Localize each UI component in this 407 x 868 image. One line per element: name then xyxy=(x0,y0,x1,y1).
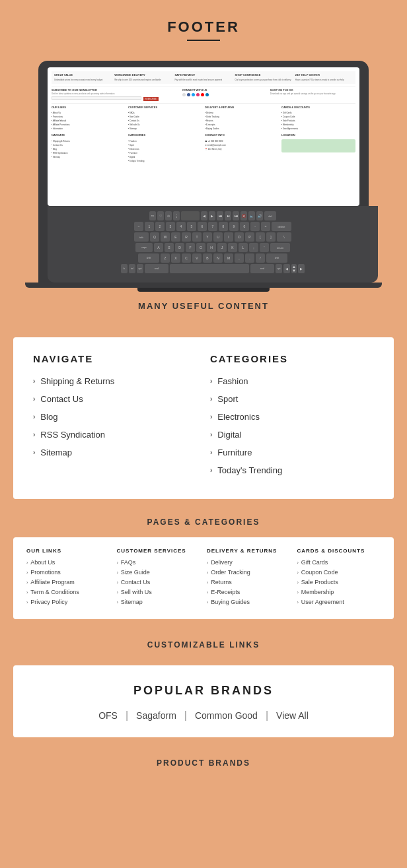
cat-item-sport[interactable]: › Sport xyxy=(210,394,374,404)
popular-brands-box: POPULAR BRANDS OFS | Sagaform | Common G… xyxy=(13,665,394,737)
customizable-label-area: CUSTOMIZABLE LINKS xyxy=(0,631,407,665)
laptop-keyboard: esc ♡ ⊙ ⋮ ◀ ▶ ⏮ ⏯ ⏭ 🔇 🔈 🔊 del ~ 123 456 xyxy=(48,206,378,283)
title-underline xyxy=(187,40,220,41)
mini-chevron-icon: › xyxy=(26,560,28,565)
many-useful-label: MANY USEFUL CONTENT xyxy=(138,301,269,311)
chevron-icon: › xyxy=(210,449,212,456)
delivery-returns-title: DELIVERY & RETURNS xyxy=(207,548,291,554)
mini-chevron-icon: › xyxy=(117,560,118,565)
cs-item-2[interactable]: › Size Guide xyxy=(117,569,201,576)
mini-chevron-icon: › xyxy=(207,560,208,565)
mini-chevron-icon: › xyxy=(207,580,208,585)
cat-item-fashion[interactable]: › Fashion xyxy=(210,376,374,386)
cd-item-3[interactable]: › Sale Products xyxy=(297,579,381,585)
chevron-icon: › xyxy=(210,467,212,474)
our-links-item-4[interactable]: › Term & Conditions xyxy=(26,589,110,595)
chevron-icon: › xyxy=(33,431,35,438)
product-brands-label: PRODUCT BRANDS xyxy=(0,758,407,768)
mini-chevron-icon: › xyxy=(297,580,299,585)
header-section: FOOTER xyxy=(0,0,407,54)
mini-chevron-icon: › xyxy=(26,600,28,605)
cards-discounts-column: CARDS & DISCOUNTS › Gift Cards › Coupon … xyxy=(297,548,381,609)
pages-categories-label-area: PAGES & CATEGORIES xyxy=(0,511,407,537)
categories-heading: CATEGORIES xyxy=(210,353,374,364)
nav-item-blog[interactable]: › Blog xyxy=(33,412,197,422)
customer-services-title: CUSTOMER SERVICES xyxy=(117,548,201,554)
delivery-returns-column: DELIVERY & RETURNS › Delivery › Order Tr… xyxy=(207,548,291,609)
mini-chevron-icon: › xyxy=(297,590,299,595)
cs-item-3[interactable]: › Contact Us xyxy=(117,579,201,585)
nav-item-rss[interactable]: › RSS Syndication xyxy=(33,430,197,440)
customer-services-column: CUSTOMER SERVICES › FAQs › Size Guide › … xyxy=(117,548,201,609)
navigate-column: NAVIGATE › Shipping & Returns › Contact … xyxy=(33,353,197,483)
cd-item-2[interactable]: › Coupon Code xyxy=(297,569,381,576)
laptop-mockup-section: GREAT VALUEUnbeatable prices for every o… xyxy=(0,54,407,337)
pages-categories-box: OUR LINKS › About Us › Promotions › Affi… xyxy=(13,537,394,619)
mini-chevron-icon: › xyxy=(297,570,299,575)
page-title: FOOTER xyxy=(0,18,407,36)
cs-item-5[interactable]: › Sitemap xyxy=(117,599,201,605)
navigate-heading: NAVIGATE xyxy=(33,353,197,364)
dr-item-4[interactable]: › E-Receipts xyxy=(207,589,291,595)
our-links-item-2[interactable]: › Promotions xyxy=(26,569,110,576)
chevron-icon: › xyxy=(210,395,212,403)
chevron-icon: › xyxy=(33,449,35,456)
our-links-item-3[interactable]: › Affiliate Program xyxy=(26,579,110,585)
popular-brands-title: POPULAR BRANDS xyxy=(26,684,381,698)
brands-row: OFS | Sagaform | Common Good | View All xyxy=(26,710,381,721)
brand-common-good[interactable]: Common Good xyxy=(187,710,266,721)
cat-item-digital[interactable]: › Digital xyxy=(210,430,374,440)
chevron-icon: › xyxy=(210,431,212,438)
cs-item-4[interactable]: › Sell with Us xyxy=(117,589,201,595)
our-links-item-5[interactable]: › Privacy Policy xyxy=(26,599,110,605)
chevron-icon: › xyxy=(210,413,212,420)
cd-item-5[interactable]: › User Agreement xyxy=(297,599,381,605)
mini-chevron-icon: › xyxy=(117,590,118,595)
mini-chevron-icon: › xyxy=(297,560,299,565)
pages-categories-label: PAGES & CATEGORIES xyxy=(0,517,407,527)
cards-discounts-title: CARDS & DISCOUNTS xyxy=(297,548,381,554)
nav-item-contact[interactable]: › Contact Us xyxy=(33,394,197,404)
mini-chevron-icon: › xyxy=(26,570,28,575)
chevron-icon: › xyxy=(33,378,35,385)
mini-chevron-icon: › xyxy=(117,600,118,605)
navigate-categories-section: NAVIGATE › Shipping & Returns › Contact … xyxy=(13,337,394,499)
nav-item-sitemap[interactable]: › Sitemap xyxy=(33,448,197,457)
cd-item-4[interactable]: › Membership xyxy=(297,589,381,595)
cat-item-trending[interactable]: › Today's Trending xyxy=(210,465,374,475)
mini-chevron-icon: › xyxy=(207,590,208,595)
chevron-icon: › xyxy=(33,395,35,403)
laptop-base xyxy=(25,283,382,288)
cat-item-furniture[interactable]: › Furniture xyxy=(210,448,374,457)
brand-view-all[interactable]: View All xyxy=(268,710,316,721)
mini-chevron-icon: › xyxy=(117,580,118,585)
our-links-item-1[interactable]: › About Us xyxy=(26,559,110,566)
mini-chevron-icon: › xyxy=(26,580,28,585)
categories-column: CATEGORIES › Fashion › Sport › Electroni… xyxy=(210,353,374,483)
dr-item-2[interactable]: › Order Tracking xyxy=(207,569,291,576)
laptop-stand xyxy=(137,288,270,292)
cat-item-electronics[interactable]: › Electronics xyxy=(210,412,374,422)
brand-ofs[interactable]: OFS xyxy=(91,710,126,721)
chevron-icon: › xyxy=(210,378,212,385)
dr-item-3[interactable]: › Returns xyxy=(207,579,291,585)
dr-item-1[interactable]: › Delivery xyxy=(207,559,291,566)
chevron-icon: › xyxy=(33,413,35,420)
customizable-links-label: CUSTOMIZABLE LINKS xyxy=(0,640,407,650)
cd-item-1[interactable]: › Gift Cards xyxy=(297,559,381,566)
mini-chevron-icon: › xyxy=(297,600,299,605)
laptop-outer: GREAT VALUEUnbeatable prices for every o… xyxy=(38,61,369,283)
dr-item-5[interactable]: › Buying Guides xyxy=(207,599,291,605)
product-brands-label-area: PRODUCT BRANDS xyxy=(0,749,407,785)
cs-item-1[interactable]: › FAQs xyxy=(117,559,201,566)
our-links-column: OUR LINKS › About Us › Promotions › Affi… xyxy=(26,548,110,609)
mini-chevron-icon: › xyxy=(117,570,118,575)
nav-item-shipping[interactable]: › Shipping & Returns xyxy=(33,376,197,386)
our-links-title: OUR LINKS xyxy=(26,548,110,554)
mini-chevron-icon: › xyxy=(26,590,28,595)
laptop-screen: GREAT VALUEUnbeatable prices for every o… xyxy=(48,67,359,206)
brand-sagaform[interactable]: Sagaform xyxy=(128,710,184,721)
mini-chevron-icon: › xyxy=(207,570,208,575)
mini-chevron-icon: › xyxy=(207,600,208,605)
